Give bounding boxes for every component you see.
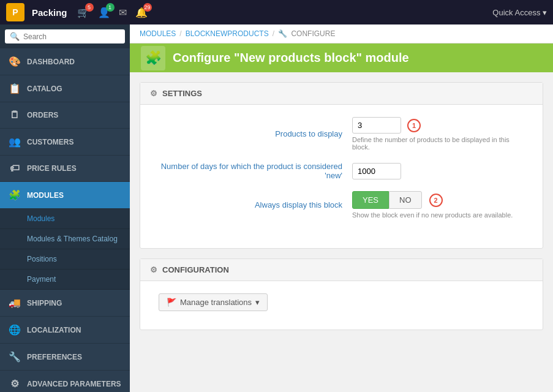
manage-translations-button[interactable]: 🚩 Manage translations ▾ [159,293,268,311]
settings-section: ⚙ SETTINGS Products to display 1 Define … [140,82,543,249]
app-title: Packing [32,7,67,18]
sidebar-item-preferences[interactable]: 🔧 PREFERENCES [0,344,130,371]
advanced-parameters-icon: ⚙ [9,378,21,390]
annotation-1: 1 [407,119,421,132]
cart-badge: 5 [85,3,94,12]
sidebar-item-advanced-parameters[interactable]: ⚙ ADVANCED PARAMETERS [0,371,130,392]
sidebar-item-dashboard[interactable]: 🎨 DASHBOARD [0,48,130,75]
sidebar: 🔍 🎨 DASHBOARD 📋 CATALOG 🗒 ORDERS 👥 CUSTO… [0,24,130,392]
sidebar-search-inner: 🔍 [5,29,125,43]
days-new-row: Number of days for which the product is … [159,162,524,180]
main-layout: 🔍 🎨 DASHBOARD 📋 CATALOG 🗒 ORDERS 👥 CUSTO… [0,24,553,392]
page-header: 🧩 Configure "New products block" module [130,43,553,72]
modules-submenu: Modules Modules & Themes Catalog Positio… [0,209,130,290]
sidebar-item-modules[interactable]: 🧩 MODULES [0,182,130,209]
sidebar-item-shipping[interactable]: 🚚 SHIPPING [0,290,130,317]
always-display-label: Always display this block [159,200,342,209]
always-display-help: Show the block even if no new products a… [352,211,513,219]
localization-icon: 🌐 [9,324,21,336]
settings-section-header: ⚙ SETTINGS [140,83,543,105]
yes-no-button-group: YES NO [352,191,422,209]
days-new-label: Number of days for which the product is … [159,162,342,180]
cart-icon[interactable]: 🛒 5 [77,7,89,18]
content-area: MODULES / BLOCKNEWPRODUCTS / 🔧 CONFIGURE… [130,24,553,392]
submenu-item-modules[interactable]: Modules [0,209,130,229]
products-to-display-field: 1 Define the number of products to be di… [352,117,524,151]
bell-icon[interactable]: 🔔 29 [135,7,148,18]
breadcrumb-sep-2: / [273,29,274,38]
app-logo: P [6,3,24,21]
breadcrumb-configure: 🔧 CONFIGURE [278,29,335,38]
days-new-field [352,163,401,179]
customers-icon: 👥 [9,136,21,148]
quick-access-button[interactable]: Quick Access ▾ [492,8,547,17]
breadcrumb-sep-1: / [179,29,181,38]
search-icon: 🔍 [10,32,20,41]
sidebar-item-orders[interactable]: 🗒 ORDERS [0,102,130,129]
search-input[interactable] [23,32,120,41]
manage-translations-label: Manage translations [180,298,252,307]
configuration-gear-icon: ⚙ [150,265,157,274]
submenu-item-positions[interactable]: Positions [0,249,130,270]
catalog-icon: 📋 [9,83,21,94]
shipping-icon: 🚚 [9,297,21,309]
email-icon[interactable]: ✉ [119,7,127,18]
content-body: ⚙ SETTINGS Products to display 1 Define … [130,72,553,392]
topbar-icons: 🛒 5 👤 1 ✉ 🔔 29 [77,7,148,18]
always-display-yes-button[interactable]: YES [352,191,389,209]
products-to-display-help: Define the number of products to be disp… [352,136,524,151]
manage-translations-dropdown-icon: ▾ [255,298,260,307]
orders-icon: 🗒 [9,110,21,121]
page-title: Configure "New products block" module [173,51,409,65]
page-header-icon: 🧩 [141,46,165,70]
submenu-item-modules-themes-catalog[interactable]: Modules & Themes Catalog [0,229,130,249]
configuration-section-header: ⚙ CONFIGURATION [140,259,543,281]
submenu-item-payment[interactable]: Payment [0,270,130,290]
sidebar-item-price-rules[interactable]: 🏷 PRICE RULES [0,156,130,182]
price-rules-icon: 🏷 [9,163,21,174]
sidebar-item-customers[interactable]: 👥 CUSTOMERS [0,129,130,156]
always-display-no-button[interactable]: NO [389,191,422,209]
flag-icon: 🚩 [167,298,176,307]
products-to-display-row: Products to display 1 Define the number … [159,117,524,151]
dashboard-icon: 🎨 [9,56,21,67]
settings-gear-icon: ⚙ [150,89,157,98]
preferences-icon: 🔧 [9,351,21,363]
configuration-section: ⚙ CONFIGURATION 🚩 Manage translations ▾ [140,258,543,330]
days-new-input[interactable] [352,163,401,179]
sidebar-search-container: 🔍 [0,24,130,48]
topbar: P Packing 🛒 5 👤 1 ✉ 🔔 29 Quick Access ▾ [0,0,553,24]
always-display-field: YES NO 2 Show the block even if no new p… [352,191,513,219]
user-icon[interactable]: 👤 1 [98,7,110,18]
user-badge: 1 [106,3,115,12]
breadcrumb-blocknewproducts[interactable]: BLOCKNEWPRODUCTS [186,29,269,38]
breadcrumb: MODULES / BLOCKNEWPRODUCTS / 🔧 CONFIGURE [130,24,553,43]
annotation-2: 2 [429,194,443,207]
products-to-display-input[interactable] [352,117,401,134]
bell-badge: 29 [143,3,152,12]
sidebar-item-catalog[interactable]: 📋 CATALOG [0,75,130,102]
products-to-display-label: Products to display [159,129,342,138]
configuration-section-body: 🚩 Manage translations ▾ [140,281,543,330]
sidebar-item-localization[interactable]: 🌐 LOCALIZATION [0,317,130,344]
modules-icon: 🧩 [9,189,21,201]
breadcrumb-modules[interactable]: MODULES [140,29,176,38]
always-display-row: Always display this block YES NO 2 Show … [159,191,524,219]
settings-section-body: Products to display 1 Define the number … [140,105,543,248]
